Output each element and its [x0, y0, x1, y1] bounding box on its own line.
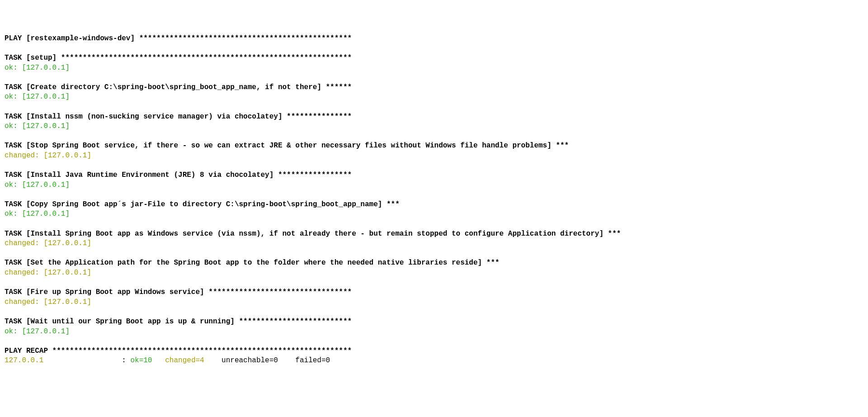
recap-separator: :: [43, 356, 130, 365]
blank-line: [5, 190, 863, 200]
blank-line: [5, 249, 863, 259]
blank-line: [5, 43, 863, 53]
recap-ok: ok=10: [130, 356, 165, 365]
task-status-0: ok: [127.0.0.1]: [5, 63, 863, 73]
recap-host: 127.0.0.1: [5, 356, 43, 365]
recap-changed: changed=4: [165, 356, 222, 365]
task-status-2: ok: [127.0.0.1]: [5, 122, 863, 132]
task-header-1: TASK [Create directory C:\spring-boot\sp…: [5, 83, 863, 93]
blank-line: [5, 161, 863, 171]
task-status-4: ok: [127.0.0.1]: [5, 180, 863, 190]
play-header: PLAY [restexample-windows-dev] *********…: [5, 34, 863, 44]
task-header-8: TASK [Fire up Spring Boot app Windows se…: [5, 288, 863, 298]
blank-line: [5, 336, 863, 346]
recap-failed: failed=0: [295, 356, 330, 365]
blank-line: [5, 132, 863, 142]
task-status-8: changed: [127.0.0.1]: [5, 298, 863, 308]
task-header-4: TASK [Install Java Runtime Environment (…: [5, 171, 863, 180]
task-status-3: changed: [127.0.0.1]: [5, 151, 863, 161]
play-recap-line: 127.0.0.1 : ok=10 changed=4 unreachable=…: [5, 356, 863, 366]
task-status-1: ok: [127.0.0.1]: [5, 92, 863, 102]
task-status-6: changed: [127.0.0.1]: [5, 239, 863, 249]
blank-line: [5, 73, 863, 83]
task-header-7: TASK [Set the Application path for the S…: [5, 258, 863, 268]
task-header-5: TASK [Copy Spring Boot app´s jar-File to…: [5, 200, 863, 210]
play-recap-header: PLAY RECAP *****************************…: [5, 346, 863, 356]
blank-line: [5, 307, 863, 317]
task-header-6: TASK [Install Spring Boot app as Windows…: [5, 229, 863, 239]
blank-line: [5, 219, 863, 229]
task-status-5: ok: [127.0.0.1]: [5, 209, 863, 219]
recap-unreachable: unreachable=0: [222, 356, 295, 365]
task-header-3: TASK [Stop Spring Boot service, if there…: [5, 141, 863, 151]
blank-line: [5, 102, 863, 112]
blank-line: [5, 278, 863, 288]
task-header-2: TASK [Install nssm (non-sucking service …: [5, 112, 863, 122]
task-status-7: changed: [127.0.0.1]: [5, 268, 863, 278]
ansible-output: PLAY [restexample-windows-dev] *********…: [5, 34, 863, 366]
task-header-0: TASK [setup] ***************************…: [5, 53, 863, 63]
task-header-9: TASK [Wait until our Spring Boot app is …: [5, 317, 863, 327]
task-status-9: ok: [127.0.0.1]: [5, 327, 863, 337]
